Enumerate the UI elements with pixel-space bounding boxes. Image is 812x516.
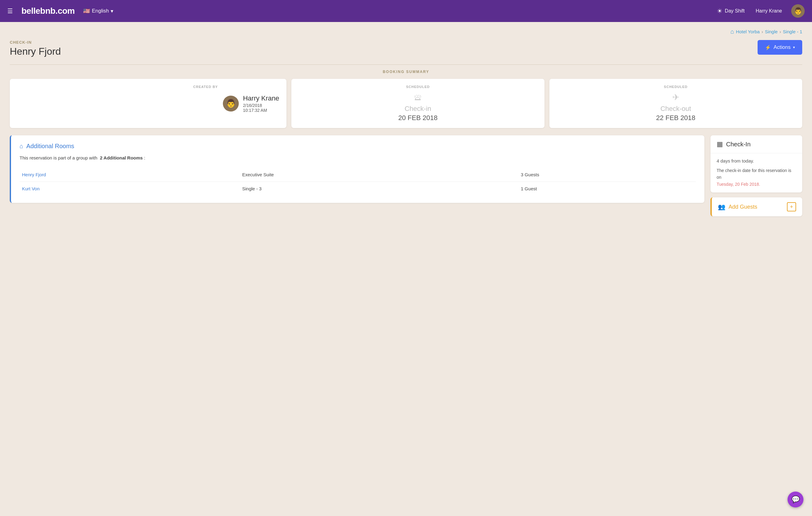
room-type: Single - 3 xyxy=(240,181,518,195)
additional-rooms-card: ⌂ Additional Rooms This reservation is p… xyxy=(10,135,704,203)
additional-rooms-title: ⌂ Additional Rooms xyxy=(20,143,696,150)
plane-icon: ✈ xyxy=(557,92,795,102)
logo: bellebnb.com xyxy=(21,6,75,16)
checkin-label: CHECK-IN xyxy=(10,40,61,44)
checkin-scheduled-label: SCHEDULED xyxy=(299,85,537,89)
sun-icon: ☀ xyxy=(717,7,722,15)
checkin-panel-title: Check-In xyxy=(726,141,751,148)
guest-count: 3 Guests xyxy=(519,168,696,182)
add-guests-plus-button[interactable]: + xyxy=(787,202,796,211)
table-row: Kurt Von Single - 3 1 Guest xyxy=(20,181,696,195)
add-guests-left: 👥 Add Guests xyxy=(718,203,757,211)
creator-name: Harry Krane xyxy=(243,94,280,102)
actions-button[interactable]: ⚡ Actions ▾ xyxy=(758,40,802,55)
breadcrumb-separator-2: › xyxy=(780,29,781,34)
chat-bubble[interactable]: 💬 xyxy=(787,491,804,508)
additional-rooms-desc: This reservation is part of a group with… xyxy=(20,155,696,162)
guests-icon: 👥 xyxy=(718,203,725,211)
shift-indicator: ☀ Day Shift xyxy=(717,7,745,15)
creator-time: 10:17:32 AM xyxy=(243,108,280,113)
checkin-info-body: 4 days from today. The check-in date for… xyxy=(710,153,802,192)
breadcrumb-room[interactable]: Single - 1 xyxy=(783,29,802,34)
rooms-table: Henry Fjord Executive Suite 3 Guests Kur… xyxy=(20,168,696,195)
breadcrumb-room-group[interactable]: Single xyxy=(765,29,778,34)
checkin-info-header: ▦ Check-In xyxy=(710,135,802,153)
page-title-area: CHECK-IN Henry Fjord ⚡ Actions ▾ xyxy=(10,40,802,57)
add-guests-card[interactable]: 👥 Add Guests + xyxy=(710,198,802,216)
checkin-desc-text: The check-in date for this reservation i… xyxy=(717,168,791,180)
language-selector[interactable]: 🇺🇸 English ▾ xyxy=(83,8,113,14)
shift-label: Day Shift xyxy=(725,8,745,14)
desc-suffix: : xyxy=(144,155,145,160)
page-title: Henry Fjord xyxy=(10,46,61,57)
avatar[interactable]: 👨 xyxy=(791,4,805,18)
room-count: 2 Additional Rooms xyxy=(100,155,143,160)
checkin-description: The check-in date for this reservation i… xyxy=(717,167,796,188)
additional-rooms-label: Additional Rooms xyxy=(26,143,74,150)
room-type: Executive Suite xyxy=(240,168,518,182)
checkout-card: SCHEDULED ✈ Check-out 22 FEB 2018 xyxy=(549,79,802,128)
header: ☰ bellebnb.com 🇺🇸 English ▾ ☀ Day Shift … xyxy=(0,0,812,22)
actions-label: Actions xyxy=(774,44,791,51)
checkin-date: 20 FEB 2018 xyxy=(299,114,537,122)
chat-icon: 💬 xyxy=(791,495,800,504)
left-panel: ⌂ Additional Rooms This reservation is p… xyxy=(10,135,704,216)
creator-avatar: 👨 xyxy=(223,96,239,112)
breadcrumb: ⌂ Hotel Yorba › Single › Single - 1 xyxy=(10,28,802,35)
checkin-info-card: ▦ Check-In 4 days from today. The check-… xyxy=(710,135,802,192)
right-panel: ▦ Check-In 4 days from today. The check-… xyxy=(710,135,802,216)
creator-date: 2/16/2018 xyxy=(243,103,280,108)
checkout-date: 22 FEB 2018 xyxy=(557,114,795,122)
checkin-card: SCHEDULED 🛎 Check-in 20 FEB 2018 xyxy=(291,79,544,128)
desc-prefix: This reservation is part of a group with xyxy=(20,155,97,160)
house-icon: ⌂ xyxy=(20,143,23,150)
add-guests-label: Add Guests xyxy=(728,204,757,210)
main-content: ⌂ Hotel Yorba › Single › Single - 1 CHEC… xyxy=(0,22,812,222)
summary-cards: CREATED BY 👨 Harry Krane 2/16/2018 10:17… xyxy=(10,79,802,128)
created-by-card: CREATED BY 👨 Harry Krane 2/16/2018 10:17… xyxy=(10,79,287,128)
checkin-days: 4 days from today. xyxy=(717,158,796,163)
chevron-down-icon: ▾ xyxy=(793,45,795,50)
checkin-title: Check-in xyxy=(299,105,537,113)
content-row: ⌂ Additional Rooms This reservation is p… xyxy=(10,135,802,216)
checkout-title: Check-out xyxy=(557,105,795,113)
checkin-date-highlight: Tuesday, 20 Feb 2018. xyxy=(717,182,760,187)
created-by-label: CREATED BY xyxy=(17,85,218,89)
guest-name[interactable]: Kurt Von xyxy=(20,181,240,195)
checkout-scheduled-label: SCHEDULED xyxy=(557,85,795,89)
table-row: Henry Fjord Executive Suite 3 Guests xyxy=(20,168,696,182)
calendar-icon: ▦ xyxy=(717,140,723,148)
flag-icon: 🇺🇸 xyxy=(83,8,90,14)
menu-icon[interactable]: ☰ xyxy=(7,7,13,15)
breadcrumb-hotel[interactable]: Hotel Yorba xyxy=(736,29,760,34)
bolt-icon: ⚡ xyxy=(765,44,771,51)
home-icon[interactable]: ⌂ xyxy=(730,28,734,35)
breadcrumb-separator-1: › xyxy=(761,29,763,34)
bell-icon: 🛎 xyxy=(299,92,537,102)
user-name: Harry Krane xyxy=(756,8,782,14)
language-label: English xyxy=(92,8,109,14)
chevron-down-icon: ▾ xyxy=(111,8,113,14)
booking-summary-label: BOOKING SUMMARY xyxy=(10,64,802,74)
guest-count: 1 Guest xyxy=(519,181,696,195)
guest-name[interactable]: Henry Fjord xyxy=(20,168,240,182)
